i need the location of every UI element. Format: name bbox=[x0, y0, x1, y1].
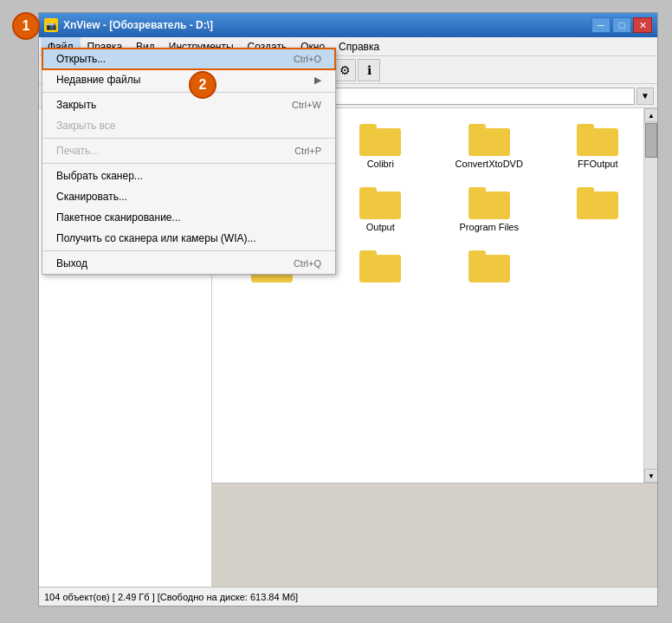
menu-print: Печать... Ctrl+P bbox=[42, 140, 335, 161]
menu-help[interactable]: Справка bbox=[332, 37, 386, 55]
menu-open[interactable]: Открыть... Ctrl+O bbox=[42, 49, 335, 69]
menu-separator bbox=[42, 92, 335, 93]
window-title: XnView - [Обозреватель - D:\] bbox=[63, 19, 213, 31]
scroll-track bbox=[644, 122, 657, 469]
toolbar-info-btn[interactable]: ℹ bbox=[358, 59, 380, 81]
folder-thumbnail bbox=[359, 248, 401, 282]
folder-thumbnail bbox=[468, 121, 510, 156]
menu-exit[interactable]: Выход Ctrl+Q bbox=[42, 253, 335, 274]
folder-thumbnail bbox=[359, 121, 401, 156]
status-bar: 104 объект(ов) [ 2.49 Гб ] [Свободно на … bbox=[39, 587, 657, 606]
menu-separator bbox=[42, 138, 335, 139]
window-controls: ─ □ ✕ bbox=[591, 17, 652, 33]
step-1-indicator: 1 bbox=[12, 12, 40, 40]
menu-scan[interactable]: Сканировать... bbox=[42, 186, 335, 207]
file-item[interactable]: Output bbox=[328, 178, 434, 238]
scroll-down-btn[interactable]: ▼ bbox=[644, 469, 657, 483]
file-item[interactable]: FFOutput bbox=[546, 115, 651, 175]
vertical-scrollbar[interactable]: ▲ ▼ bbox=[643, 108, 657, 483]
close-button[interactable]: ✕ bbox=[633, 17, 652, 33]
step-2-indicator: 2 bbox=[189, 71, 216, 99]
maximize-button[interactable]: □ bbox=[612, 17, 631, 33]
menu-separator bbox=[42, 163, 335, 164]
title-bar-left: 📷 XnView - [Обозреватель - D:\] bbox=[44, 18, 213, 32]
folder-thumbnail bbox=[577, 121, 618, 156]
menu-select-scanner[interactable]: Выбрать сканер... bbox=[42, 165, 335, 186]
file-item[interactable] bbox=[436, 242, 542, 291]
menu-wia[interactable]: Получить со сканера или камеры (WIA)... bbox=[42, 228, 335, 249]
scroll-thumb[interactable] bbox=[645, 123, 657, 158]
folder-thumbnail bbox=[468, 185, 510, 219]
minimize-button[interactable]: ─ bbox=[591, 17, 611, 33]
folder-thumbnail bbox=[359, 185, 401, 219]
file-item[interactable]: Colibri bbox=[328, 115, 434, 175]
toolbar-settings-btn[interactable]: ⚙ bbox=[333, 59, 356, 81]
title-bar: 📷 XnView - [Обозреватель - D:\] ─ □ ✕ bbox=[39, 13, 657, 37]
path-dropdown-btn[interactable]: ▼ bbox=[636, 88, 654, 105]
menu-batch-scan[interactable]: Пакетное сканирование... bbox=[42, 207, 335, 228]
folder-thumbnail bbox=[577, 185, 618, 219]
file-item[interactable] bbox=[546, 178, 651, 238]
preview-pane bbox=[212, 483, 657, 587]
menu-separator bbox=[42, 250, 335, 251]
menu-close[interactable]: Закрыть Ctrl+W bbox=[42, 94, 335, 115]
folder-thumbnail bbox=[468, 248, 510, 282]
file-item[interactable]: ConvertXtoDVD bbox=[436, 115, 542, 175]
scroll-up-btn[interactable]: ▲ bbox=[644, 108, 657, 122]
file-item[interactable] bbox=[328, 242, 434, 291]
app-icon: 📷 bbox=[44, 18, 58, 32]
file-item[interactable]: Program Files bbox=[436, 178, 542, 238]
menu-close-all: Закрыть все bbox=[42, 115, 335, 136]
